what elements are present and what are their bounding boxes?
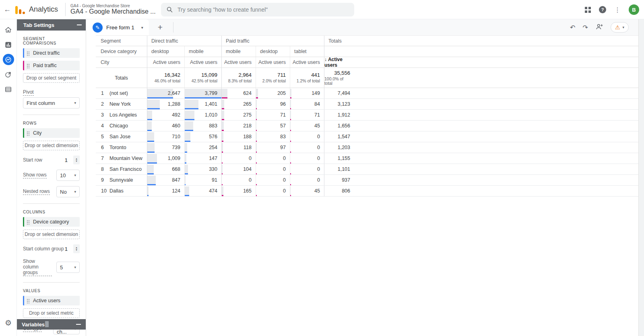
table-row[interactable]: 10Dallas124474165045806 bbox=[96, 186, 638, 197]
metric-bar-cell: 84 bbox=[290, 99, 324, 109]
device-header-desktop[interactable]: desktop bbox=[147, 46, 184, 57]
undo-icon[interactable]: ↶ bbox=[570, 24, 575, 31]
row-dimension-chip-city[interactable]: City bbox=[23, 128, 80, 138]
bar-fill bbox=[290, 89, 291, 97]
drag-handle-icon[interactable] bbox=[27, 298, 30, 303]
table-row[interactable]: 4Chicago46088321857451,656 bbox=[96, 121, 638, 131]
segment-group-direct-traffic[interactable]: Direct traffic bbox=[147, 36, 221, 46]
sorted-column-header-active-users[interactable]: ↓ Active users bbox=[324, 57, 354, 68]
table-row[interactable]: 6Toronto7392541189701,203 bbox=[96, 142, 638, 153]
start-row-stepper[interactable]: ▴▾ bbox=[73, 156, 80, 164]
pivot-select[interactable]: First column ▾ bbox=[23, 97, 80, 109]
device-header-mobile[interactable]: mobile bbox=[184, 46, 221, 57]
table-row[interactable]: 5San Jose7105761888301,547 bbox=[96, 131, 638, 142]
user-avatar[interactable]: B bbox=[629, 4, 639, 15]
bar-fill bbox=[222, 111, 224, 119]
segment-color-bar bbox=[256, 108, 257, 109]
segment-chip-direct-traffic[interactable]: Direct traffic bbox=[23, 48, 80, 58]
share-user-add-icon[interactable] bbox=[595, 23, 603, 32]
totals-group-header: Totals bbox=[324, 36, 354, 46]
explore-icon-selected[interactable] bbox=[3, 54, 14, 65]
column-dimension-drop-zone[interactable]: Drop or select dimension bbox=[23, 229, 80, 239]
collapse-icon[interactable] bbox=[77, 25, 82, 25]
more-options-icon[interactable]: ⋮ bbox=[614, 6, 621, 14]
settings-gear-icon[interactable]: ⚙ bbox=[5, 318, 12, 327]
city-name: Chicago bbox=[109, 123, 128, 129]
app-bar: ← Analytics GA4 - Google Merchandise Sto… bbox=[0, 0, 644, 19]
column-header-active-users[interactable]: Active users bbox=[184, 57, 221, 68]
drag-handle-icon[interactable] bbox=[27, 63, 30, 68]
start-row-value[interactable]: 1 bbox=[65, 157, 68, 163]
device-header-mobile[interactable]: mobile bbox=[221, 46, 256, 57]
variables-panel-header[interactable]: Variables bbox=[17, 319, 86, 330]
start-column-group-value[interactable]: 1 bbox=[65, 246, 68, 252]
start-column-group-stepper[interactable]: ▴▾ bbox=[73, 244, 80, 253]
show-rows-select[interactable]: 10 ▾ bbox=[56, 170, 80, 181]
table-row[interactable]: 1(not set)2,6473,7996242051497,494 bbox=[96, 88, 638, 99]
totals-percent: 42.5% of total bbox=[192, 79, 217, 83]
property-selector[interactable]: GA4 - Google Merchandise Store GA4 - Goo… bbox=[65, 3, 156, 16]
library-icon[interactable] bbox=[3, 84, 14, 95]
column-header-active-users[interactable]: Active users bbox=[256, 57, 290, 68]
segment-group-paid-traffic[interactable]: Paid traffic bbox=[221, 36, 324, 46]
add-tab-button[interactable]: + bbox=[158, 23, 163, 32]
bar-fill bbox=[147, 165, 154, 173]
advertising-icon[interactable] bbox=[3, 69, 14, 80]
warning-status-button[interactable]: ⚠ ▾ bbox=[611, 22, 629, 33]
segment-color-bar bbox=[185, 195, 189, 196]
segment-color-bar bbox=[185, 97, 221, 98]
column-header-active-users[interactable]: Active users bbox=[290, 57, 324, 68]
table-row[interactable]: 2New York1,2881,40126596843,123 bbox=[96, 99, 638, 110]
drag-handle-icon[interactable] bbox=[27, 51, 30, 56]
device-header-tablet[interactable]: tablet bbox=[290, 46, 324, 57]
metric-drop-zone[interactable]: Drop or select metric bbox=[23, 308, 80, 318]
row-dimension-drop-zone[interactable]: Drop or select dimension bbox=[23, 141, 80, 150]
table-row[interactable]: 7Mountain View1,0091470001,155 bbox=[96, 153, 638, 164]
redo-icon[interactable]: ↷ bbox=[583, 24, 588, 31]
metric-value: 710 bbox=[172, 134, 180, 139]
collapse-icon[interactable] bbox=[76, 324, 81, 325]
column-header-active-users[interactable]: Active users bbox=[221, 57, 256, 68]
device-header-desktop[interactable]: desktop bbox=[256, 46, 290, 57]
home-icon[interactable] bbox=[3, 24, 14, 35]
metric-value: 0 bbox=[283, 177, 286, 183]
diagnostics-grid-icon[interactable] bbox=[585, 7, 591, 13]
totals-value: 15,099 bbox=[201, 72, 217, 78]
search-input[interactable] bbox=[178, 6, 349, 13]
table-row[interactable]: 8San Francisco668330104001,101 bbox=[96, 164, 638, 175]
bar-fill bbox=[185, 154, 186, 162]
edit-pencil-icon[interactable]: ✎ bbox=[93, 23, 103, 33]
metric-bar-cell: 71 bbox=[256, 110, 290, 120]
metric-value: 165 bbox=[243, 188, 252, 194]
tab-free-form-1[interactable]: ✎ Free form 1 ▾ bbox=[86, 19, 149, 35]
table-row[interactable]: 3Los Angeles4921,01027571711,912 bbox=[96, 110, 638, 121]
property-name: GA4 - Google Merchandise ... bbox=[70, 8, 156, 15]
segment-color-bar bbox=[222, 184, 223, 185]
segment-drop-zone[interactable]: Drop or select segment bbox=[23, 73, 80, 83]
reports-icon[interactable] bbox=[3, 39, 14, 50]
table-row[interactable]: 9Sunnyvale84791000937 bbox=[96, 175, 638, 186]
value-chip-active-users[interactable]: Active users bbox=[23, 296, 80, 305]
column-header-active-users[interactable]: Active users bbox=[147, 57, 184, 68]
column-dimension-chip-device-category[interactable]: Device category bbox=[23, 217, 80, 227]
tab-settings-header[interactable]: Tab Settings bbox=[17, 19, 86, 31]
pivot-table: SegmentDirect trafficPaid trafficTotalsD… bbox=[96, 35, 638, 336]
metric-value: 84 bbox=[314, 101, 320, 107]
metric-value: 576 bbox=[209, 134, 217, 139]
drag-handle-icon[interactable] bbox=[27, 219, 30, 225]
show-column-groups-select[interactable]: 5 ▾ bbox=[56, 262, 80, 273]
drag-handle-icon[interactable] bbox=[27, 131, 30, 136]
search-icon bbox=[167, 6, 173, 13]
nested-rows-select[interactable]: No ▾ bbox=[56, 186, 80, 197]
segment-chip-paid-traffic[interactable]: Paid traffic bbox=[23, 61, 80, 70]
help-icon[interactable]: ? bbox=[599, 6, 606, 13]
metric-bar-cell: 57 bbox=[256, 121, 290, 131]
back-icon[interactable]: ← bbox=[0, 5, 14, 14]
search-bar[interactable] bbox=[161, 3, 354, 16]
city-header-label[interactable]: City bbox=[96, 57, 147, 68]
chevron-down-icon[interactable]: ▾ bbox=[141, 25, 143, 30]
metric-bar-cell: 218 bbox=[221, 121, 256, 131]
vertical-scrollbar[interactable] bbox=[638, 19, 644, 336]
metric-bar-cell: 710 bbox=[147, 131, 184, 142]
grand-total-percent: 100.0% of total bbox=[324, 77, 350, 85]
